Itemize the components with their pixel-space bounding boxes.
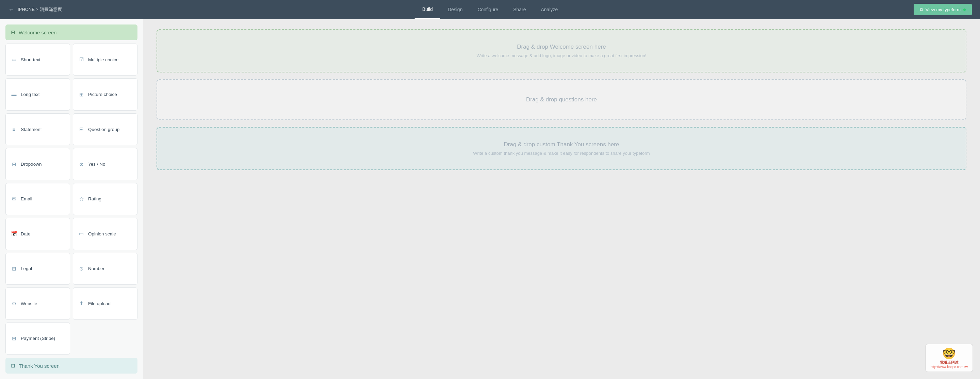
- tab-share[interactable]: Share: [506, 1, 533, 18]
- file-upload-icon: ⬆: [78, 300, 85, 307]
- website-icon: ⊙: [11, 300, 18, 307]
- project-name: IPHONE × 消費滿意度: [18, 6, 62, 13]
- opinion-scale-icon: ▭: [78, 231, 85, 237]
- sidebar-item-dropdown[interactable]: ⊟ Dropdown: [5, 148, 70, 180]
- sidebar-item-long-text[interactable]: ▬ Long text: [5, 78, 70, 110]
- sidebar-item-statement[interactable]: ≡ Statement: [5, 113, 70, 145]
- questions-drop-title: Drag & drop questions here: [526, 96, 597, 103]
- thankyou-drop-title: Drag & drop custom Thank You screens her…: [504, 141, 619, 148]
- email-icon: ✉: [11, 196, 18, 202]
- tab-configure[interactable]: Configure: [470, 1, 506, 18]
- external-link-icon: ⧉: [920, 7, 923, 12]
- sidebar-item-question-group[interactable]: ⊟ Question group: [73, 113, 137, 145]
- sidebar-item-picture-choice[interactable]: ⊞ Picture choice: [73, 78, 137, 110]
- watermark-face: 🤓: [942, 347, 956, 360]
- long-text-icon: ▬: [11, 92, 18, 97]
- yes-no-icon: ⊛: [78, 161, 85, 167]
- sidebar-item-short-text[interactable]: ▭ Short text: [5, 43, 70, 75]
- short-text-icon: ▭: [11, 56, 18, 63]
- header-right: ⧉ View my typeform: [914, 4, 972, 15]
- sidebar-item-website[interactable]: ⊙ Website: [5, 287, 70, 320]
- main-layout: ⊞ Welcome screen ▭ Short text ☑ Multiple…: [0, 19, 980, 379]
- question-group-icon: ⊟: [78, 126, 85, 132]
- thankyou-drop-subtitle: Write a custom thank you message & make …: [473, 151, 649, 156]
- content-area: Drag & drop Welcome screen here Write a …: [143, 19, 980, 379]
- sidebar-item-yes-no[interactable]: ⊛ Yes / No: [73, 148, 137, 180]
- tab-build[interactable]: Build: [415, 0, 440, 19]
- number-icon: ⊙: [78, 266, 85, 272]
- watermark-name: 電腦王阿達: [940, 360, 959, 365]
- welcome-screen-button[interactable]: ⊞ Welcome screen: [5, 24, 137, 40]
- sidebar-item-multiple-choice[interactable]: ☑ Multiple choice: [73, 43, 137, 75]
- watermark: 🤓 電腦王阿達 http://www.kocpc.com.tw: [925, 344, 973, 372]
- statement-icon: ≡: [11, 127, 18, 132]
- sidebar-item-file-upload[interactable]: ⬆ File upload: [73, 287, 137, 320]
- welcome-drop-subtitle: Write a welcome message & add logo, imag…: [476, 53, 646, 58]
- sidebar-item-number[interactable]: ⊙ Number: [73, 253, 137, 285]
- header-nav: Build Design Configure Share Analyze: [415, 0, 566, 19]
- tab-analyze[interactable]: Analyze: [533, 1, 565, 18]
- watermark-box: 🤓 電腦王阿達 http://www.kocpc.com.tw: [925, 344, 973, 372]
- sidebar-item-rating[interactable]: ☆ Rating: [73, 183, 137, 215]
- watermark-url: http://www.kocpc.com.tw: [931, 365, 968, 369]
- questions-drop-zone[interactable]: Drag & drop questions here: [156, 79, 966, 120]
- tab-design[interactable]: Design: [440, 1, 470, 18]
- sidebar-item-payment[interactable]: ⊟ Payment (Stripe): [5, 323, 70, 355]
- live-indicator: [963, 8, 966, 11]
- header-left: ← IPHONE × 消費滿意度: [8, 6, 62, 13]
- date-icon: 📅: [11, 231, 18, 237]
- sidebar-item-date[interactable]: 📅 Date: [5, 218, 70, 250]
- back-arrow-icon[interactable]: ←: [8, 6, 14, 13]
- legal-icon: ⊞: [11, 266, 18, 272]
- sidebar: ⊞ Welcome screen ▭ Short text ☑ Multiple…: [0, 19, 143, 379]
- thank-you-screen-button[interactable]: ⊡ Thank You screen: [5, 358, 137, 374]
- question-type-grid: ▭ Short text ☑ Multiple choice ▬ Long te…: [5, 43, 137, 355]
- rating-icon: ☆: [78, 196, 85, 202]
- sidebar-item-email[interactable]: ✉ Email: [5, 183, 70, 215]
- multiple-choice-icon: ☑: [78, 56, 85, 63]
- thank-you-icon: ⊡: [11, 363, 15, 369]
- sidebar-item-legal[interactable]: ⊞ Legal: [5, 253, 70, 285]
- header: ← IPHONE × 消費滿意度 Build Design Configure …: [0, 0, 980, 19]
- view-typeform-button[interactable]: ⧉ View my typeform: [914, 4, 972, 15]
- sidebar-item-opinion-scale[interactable]: ▭ Opinion scale: [73, 218, 137, 250]
- payment-icon: ⊟: [11, 336, 18, 342]
- welcome-drop-zone[interactable]: Drag & drop Welcome screen here Write a …: [156, 29, 966, 72]
- thankyou-drop-zone[interactable]: Drag & drop custom Thank You screens her…: [156, 127, 966, 170]
- welcome-drop-title: Drag & drop Welcome screen here: [517, 43, 606, 50]
- welcome-icon: ⊞: [11, 29, 15, 35]
- picture-choice-icon: ⊞: [78, 92, 85, 98]
- dropdown-icon: ⊟: [11, 161, 18, 167]
